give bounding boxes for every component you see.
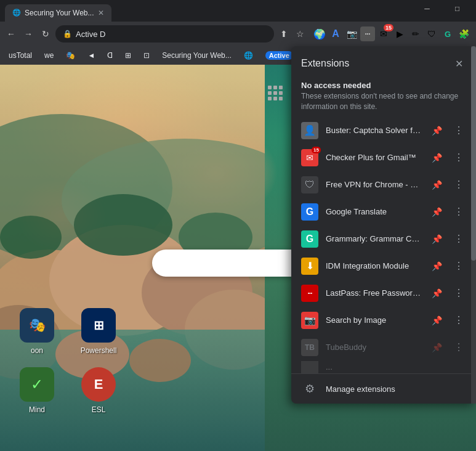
tab-close-btn[interactable]: ✕ bbox=[98, 9, 104, 17]
scroll-thumb[interactable] bbox=[471, 46, 476, 261]
idm-more-button[interactable]: ⋮ bbox=[451, 259, 466, 274]
grammarly-pin-button[interactable]: 📌 bbox=[429, 232, 444, 246]
manage-extensions-label: Manage extensions bbox=[326, 384, 395, 394]
vpn-pin-button[interactable]: 📌 bbox=[429, 177, 444, 192]
bookmark-globe-icon: 🌐 bbox=[244, 51, 253, 60]
bookmark-securing[interactable]: Securing Your Web... bbox=[158, 50, 235, 61]
search-image-name: Search by Image bbox=[326, 315, 422, 325]
grid-dot bbox=[273, 86, 277, 89]
ext-item-search-by-image[interactable]: 📷 Search by Image 📌 ⋮ bbox=[291, 307, 476, 334]
manage-extensions-gear-icon: ⚙ bbox=[301, 380, 318, 397]
ext-icon-pen[interactable]: ✏ bbox=[408, 26, 423, 41]
apps-grid-button[interactable] bbox=[265, 83, 285, 103]
address-bar[interactable]: 🔒 Active D bbox=[55, 25, 274, 43]
bookmark-windows[interactable]: ⊞ bbox=[121, 50, 135, 61]
idm-icon: ⬇ bbox=[301, 258, 318, 275]
idm-pin-button[interactable]: 📌 bbox=[429, 259, 444, 274]
grammarly-ext-icon-symbol: G bbox=[306, 234, 313, 245]
grammarly-ext-icon: G bbox=[301, 230, 318, 248]
gmail-checker-pin-button[interactable]: 📌 bbox=[429, 150, 444, 165]
esl-icon-symbol: E bbox=[94, 376, 103, 392]
search-image-more-button[interactable]: ⋮ bbox=[451, 313, 466, 328]
bookmark-windows-icon: ⊞ bbox=[125, 51, 131, 60]
search-image-pin-button[interactable]: 📌 bbox=[429, 313, 444, 328]
lastpass-pin-button[interactable]: 📌 bbox=[429, 286, 444, 301]
app-icon-esl[interactable]: E ESL bbox=[74, 367, 123, 414]
bookmark-back-icon: ◄ bbox=[87, 51, 95, 60]
bookmark-virustotal[interactable]: usTotal bbox=[5, 50, 36, 61]
ext-item-vpn[interactable]: 🛡 Free VPN for Chrome - VPN... 📌 ⋮ bbox=[291, 171, 476, 198]
tubebuddy-more-button[interactable]: ⋮ bbox=[451, 340, 466, 355]
bookmark-d-icon: ᗡ bbox=[107, 51, 113, 60]
translate-icon: G bbox=[301, 203, 318, 221]
share-button[interactable]: ⬆ bbox=[278, 28, 290, 40]
bookmark-globe[interactable]: 🌐 bbox=[240, 50, 257, 61]
grammarly-more-button[interactable]: ⋮ bbox=[451, 232, 466, 246]
lastpass-name: LastPass: Free Password Man... bbox=[326, 288, 422, 298]
partial-icon bbox=[301, 361, 318, 373]
idm-name: IDM Integration Module bbox=[326, 261, 422, 270]
buster-icon: 👤 bbox=[301, 122, 318, 139]
vpn-more-button[interactable]: ⋮ bbox=[451, 177, 466, 192]
extensions-panel-header: Extensions ✕ bbox=[291, 46, 476, 76]
ext-icon-dots[interactable]: ··· bbox=[360, 26, 375, 41]
tab-favicon: 🌐 bbox=[12, 9, 21, 17]
ext-icon-shield[interactable]: 🛡 bbox=[424, 26, 439, 41]
extension-icons: 🌍 A 📷 ··· ✉ 15 ▶ ✏ 🛡 G 🧩 bbox=[312, 26, 471, 41]
ext-icon-yt[interactable]: ▶ bbox=[392, 26, 407, 41]
active-tab[interactable]: 🌐 Securing Your Web... ✕ bbox=[5, 4, 111, 22]
ext-item-tubebuddy[interactable]: TB TubeBuddy 📌 ⋮ bbox=[291, 334, 476, 361]
grid-dot bbox=[279, 97, 283, 100]
ext-icon-gmail[interactable]: ✉ 15 bbox=[376, 26, 391, 41]
ext-item-grammarly[interactable]: G Grammarly: Grammar Check... 📌 ⋮ bbox=[291, 226, 476, 253]
ext-item-buster[interactable]: 👤 Buster: Captcha Solver for H... 📌 ⋮ bbox=[291, 117, 476, 144]
bookmark-button[interactable]: ☆ bbox=[294, 28, 306, 40]
ext-item-google-translate[interactable]: G Google Translate 📌 ⋮ bbox=[291, 198, 476, 226]
back-button[interactable]: ← bbox=[5, 28, 17, 40]
buster-icon-symbol: 👤 bbox=[304, 124, 316, 136]
vpn-icon-symbol: 🛡 bbox=[305, 179, 315, 190]
forward-button[interactable]: → bbox=[22, 28, 34, 40]
ext-item-partial: ... bbox=[291, 361, 476, 373]
ext-icon-camera[interactable]: 📷 bbox=[344, 26, 359, 41]
search-image-icon-symbol: 📷 bbox=[304, 315, 316, 326]
gmail-checker-more-button[interactable]: ⋮ bbox=[451, 150, 466, 165]
app-icon-oon[interactable]: 🎭 oon bbox=[12, 308, 62, 355]
vpn-name: Free VPN for Chrome - VPN... bbox=[326, 180, 422, 189]
minimize-button[interactable]: ─ bbox=[413, 0, 441, 19]
bookmark-we[interactable]: we bbox=[41, 50, 57, 61]
app-icon-mind[interactable]: ✓ Mind bbox=[12, 367, 62, 414]
ext-icon-grammarly[interactable]: G bbox=[440, 26, 455, 41]
refresh-button[interactable]: ↻ bbox=[39, 28, 52, 40]
ext-item-checker-gmail[interactable]: ✉ 15 Checker Plus for Gmail™ 📌 ⋮ bbox=[291, 144, 476, 171]
grid-dot bbox=[279, 91, 283, 95]
idm-icon-symbol: ⬇ bbox=[306, 260, 314, 272]
ext-icon-letter[interactable]: A bbox=[328, 26, 343, 41]
mind-label: Mind bbox=[29, 405, 45, 414]
tab-title: Securing Your Web... bbox=[25, 9, 94, 17]
tubebuddy-pin-button[interactable]: 📌 bbox=[429, 340, 444, 355]
app-icon-powershell[interactable]: ⊞ Powershell bbox=[74, 308, 123, 355]
ext-icon-earth[interactable]: 🌍 bbox=[312, 26, 327, 41]
buster-more-button[interactable]: ⋮ bbox=[451, 123, 466, 138]
translate-pin-button[interactable]: 📌 bbox=[429, 205, 444, 219]
manage-extensions-row[interactable]: ⚙ Manage extensions bbox=[291, 373, 476, 404]
translate-more-button[interactable]: ⋮ bbox=[451, 205, 466, 219]
bookmark-box[interactable]: ⊡ bbox=[140, 50, 153, 61]
pen-icon: ✏ bbox=[412, 29, 419, 39]
ext-item-idm[interactable]: ⬇ IDM Integration Module 📌 ⋮ bbox=[291, 253, 476, 280]
extensions-close-button[interactable]: ✕ bbox=[451, 56, 466, 71]
esl-icon-img: E bbox=[81, 367, 116, 402]
bookmark-d[interactable]: ᗡ bbox=[103, 50, 116, 61]
bookmark-box-icon: ⊡ bbox=[143, 51, 150, 60]
bookmark-icon1[interactable]: 🎭 bbox=[62, 50, 79, 61]
partial-name: ... bbox=[326, 362, 466, 372]
maximize-button[interactable]: □ bbox=[443, 0, 471, 19]
ext-icon-puzzle[interactable]: 🧩 bbox=[456, 26, 471, 41]
oon-icon-img: 🎭 bbox=[20, 308, 54, 343]
scroll-track bbox=[471, 46, 476, 404]
lastpass-more-button[interactable]: ⋮ bbox=[451, 286, 466, 301]
ext-item-lastpass[interactable]: ··· LastPass: Free Password Man... 📌 ⋮ bbox=[291, 280, 476, 307]
bookmark-back[interactable]: ◄ bbox=[84, 50, 99, 61]
buster-pin-button[interactable]: 📌 bbox=[429, 123, 444, 138]
